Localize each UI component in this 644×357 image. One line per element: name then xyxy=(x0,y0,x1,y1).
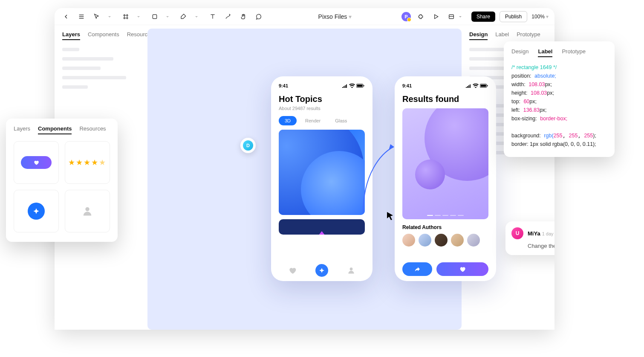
placeholder-line xyxy=(62,85,88,89)
status-time: 9:41 xyxy=(279,83,288,88)
zoom-control[interactable]: 100%▾ xyxy=(531,14,549,20)
svg-rect-15 xyxy=(364,85,364,87)
tab-3d[interactable]: 3D xyxy=(279,116,297,125)
collaborator-badge-d[interactable]: D xyxy=(240,138,256,153)
component-stars[interactable]: ★★★★★ xyxy=(65,141,110,184)
plugin-icon[interactable] xyxy=(415,11,426,22)
back-icon[interactable] xyxy=(61,11,72,22)
placeholder-line xyxy=(62,57,113,61)
resize-handle[interactable] xyxy=(279,214,280,215)
chevron-down-icon[interactable] xyxy=(162,11,173,22)
svg-rect-18 xyxy=(481,85,486,87)
play-icon[interactable] xyxy=(430,11,442,22)
share-button[interactable]: Share xyxy=(471,12,495,22)
tab-layers[interactable]: Layers xyxy=(62,31,80,40)
svg-rect-11 xyxy=(449,15,454,18)
resize-handle[interactable] xyxy=(364,130,365,131)
chevron-down-icon[interactable] xyxy=(133,11,144,22)
compass-icon xyxy=(28,203,45,220)
star-icon: ★★★★★ xyxy=(68,158,107,167)
phone-heading: Hot Topics xyxy=(279,94,365,104)
tab-prototype[interactable]: Prototype xyxy=(562,48,586,57)
tab-glass[interactable]: Glass xyxy=(329,116,353,125)
user-icon xyxy=(81,205,93,217)
publish-button[interactable]: Publish xyxy=(500,11,527,22)
connector-icon[interactable] xyxy=(222,11,234,22)
heart-icon[interactable] xyxy=(288,266,297,275)
cursor-icon xyxy=(386,211,395,221)
chevron-down-icon[interactable] xyxy=(104,11,115,22)
tab-label[interactable]: Label xyxy=(495,31,509,40)
user-icon[interactable] xyxy=(347,266,355,275)
comment-card[interactable]: U MiYa1 day ago Change the photo. xyxy=(505,221,554,255)
comment-avatar: U xyxy=(511,227,523,239)
comment-text: Change the photo. xyxy=(528,243,554,249)
chevron-down-icon[interactable] xyxy=(459,15,462,18)
action-row xyxy=(402,262,488,276)
app-window: Pixso Files▾ P Share Publish 100%▾ Layer… xyxy=(55,8,554,330)
placeholder-line xyxy=(62,67,101,70)
canvas[interactable]: D P 9:41 Hot Topics About 29487 results … xyxy=(147,29,462,330)
tab-render[interactable]: Render xyxy=(299,116,326,125)
chevron-down-icon[interactable] xyxy=(191,11,202,22)
component-heart-chip[interactable] xyxy=(14,141,59,184)
like-button[interactable] xyxy=(436,262,488,276)
frame-icon[interactable] xyxy=(120,11,131,22)
tab-resources[interactable]: Resources xyxy=(79,125,106,134)
tab-prototype[interactable]: Prototype xyxy=(517,31,540,40)
placeholder-line xyxy=(469,67,508,70)
status-time: 9:41 xyxy=(402,83,412,88)
tab-layers[interactable]: Layers xyxy=(14,125,30,134)
explore-icon[interactable] xyxy=(315,264,328,277)
hand-icon[interactable] xyxy=(238,11,249,22)
svg-point-21 xyxy=(85,207,89,211)
status-bar: 9:41 xyxy=(402,83,488,88)
status-icons xyxy=(342,83,365,88)
hero-image[interactable] xyxy=(402,108,488,219)
share-button[interactable] xyxy=(402,262,432,276)
resize-handle[interactable] xyxy=(279,130,280,131)
phone-subtitle: About 29487 results xyxy=(279,106,365,111)
tab-design[interactable]: Design xyxy=(511,48,528,57)
menu-icon[interactable] xyxy=(76,11,87,22)
svg-marker-10 xyxy=(435,15,438,18)
filter-tabs: 3D Render Glass xyxy=(279,116,365,125)
phone-heading: Results found xyxy=(402,94,488,104)
css-code[interactable]: /* rectangle 1649 */ position: absolute;… xyxy=(511,63,607,148)
selected-image[interactable] xyxy=(279,130,365,215)
popup-tabs: Layers Components Resources xyxy=(14,125,110,134)
user-avatar[interactable]: P xyxy=(401,12,411,21)
panel-icon[interactable] xyxy=(446,11,457,22)
component-compass[interactable] xyxy=(14,190,59,232)
author-avatar[interactable] xyxy=(402,234,415,247)
artboard-hot-topics[interactable]: 9:41 Hot Topics About 29487 results 3D R… xyxy=(271,76,373,281)
resize-handle[interactable] xyxy=(364,214,365,215)
code-inspector-popup[interactable]: Design Label Prototype /* rectangle 1649… xyxy=(504,41,615,157)
comment-time: 1 day ago xyxy=(542,231,554,236)
related-heading: Related Authors xyxy=(402,224,488,230)
author-avatar[interactable] xyxy=(451,234,464,247)
tab-design[interactable]: Design xyxy=(469,31,488,40)
artboard-results[interactable]: 9:41 Results found Related Authors xyxy=(395,76,496,281)
author-avatar[interactable] xyxy=(467,234,480,247)
left-panel-tabs: Layers Components Resources xyxy=(62,31,140,40)
author-avatar[interactable] xyxy=(435,234,448,247)
carousel-dots[interactable] xyxy=(427,215,464,216)
bottom-nav xyxy=(279,264,365,277)
body: Layers Components Resources D P 9:41 xyxy=(55,25,554,330)
pen-icon[interactable] xyxy=(178,11,189,22)
text-icon[interactable] xyxy=(207,11,218,22)
file-title[interactable]: Pixso Files▾ xyxy=(269,13,401,20)
tab-label[interactable]: Label xyxy=(538,48,552,57)
author-avatar[interactable] xyxy=(419,234,431,247)
component-user[interactable] xyxy=(65,190,110,232)
comment-icon[interactable] xyxy=(253,11,264,22)
svg-rect-7 xyxy=(153,15,156,18)
image-strip[interactable] xyxy=(279,219,365,235)
tab-components[interactable]: Components xyxy=(38,125,72,134)
shape-icon[interactable] xyxy=(149,11,160,22)
components-popup[interactable]: Layers Components Resources ★★★★★ xyxy=(6,119,118,242)
pointer-icon[interactable] xyxy=(91,11,102,22)
tab-components[interactable]: Components xyxy=(88,31,119,40)
status-icons xyxy=(465,83,488,88)
